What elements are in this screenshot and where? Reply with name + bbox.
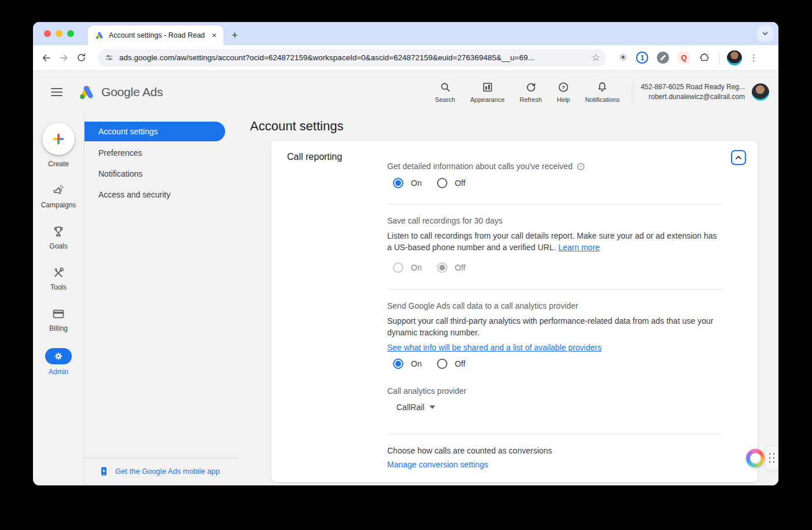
settings-nav-notifications[interactable]: Notifications [84, 163, 237, 184]
account-avatar[interactable] [752, 83, 769, 101]
learn-more-link[interactable]: Learn more [559, 243, 600, 252]
create-plus-icon [51, 131, 66, 147]
site-info-icon[interactable] [104, 53, 114, 63]
drag-handle[interactable] [765, 445, 778, 471]
radio-off-label: Off [455, 359, 465, 368]
address-bar[interactable]: ads.google.com/aw/settings/account?ocid=… [98, 49, 606, 67]
google-ads-brand: Google Ads [78, 83, 163, 101]
nav-campaigns[interactable]: Campaigns [41, 184, 76, 209]
notifications-bell-icon [596, 81, 608, 93]
call-details-radio-on[interactable]: On [393, 178, 422, 188]
nav-admin[interactable]: Admin [45, 348, 72, 376]
dropdown-caret-icon [429, 405, 435, 409]
provider-dropdown[interactable]: CallRail [387, 403, 722, 412]
extension-clip-icon[interactable] [657, 52, 669, 64]
primary-nav-rail: Create Campaigns [33, 114, 84, 485]
section-divider [387, 289, 722, 290]
browser-menu-button[interactable]: ⋮ [749, 52, 757, 63]
radio-disabled-icon[interactable] [393, 262, 403, 273]
header-refresh-label: Refresh [520, 96, 542, 103]
header-appearance-label: Appearance [470, 96, 504, 103]
collapse-card-button[interactable] [731, 150, 746, 165]
nav-campaigns-label: Campaigns [41, 201, 76, 209]
tab-close-icon[interactable]: × [210, 31, 219, 40]
nav-tools-label: Tools [50, 283, 67, 291]
chevron-down-icon [762, 30, 769, 37]
url-text[interactable]: ads.google.com/aw/settings/account?ocid=… [119, 53, 586, 62]
extension-overlay-button[interactable] [746, 449, 765, 467]
app-header-nav: Search Appearance Refresh [428, 80, 627, 104]
chevron-up-icon [734, 153, 743, 162]
browser-toolbar: ads.google.com/aw/settings/account?ocid=… [33, 45, 778, 71]
header-refresh-button[interactable]: Refresh [512, 80, 550, 104]
help-tooltip-icon[interactable]: ? [576, 162, 585, 171]
extensions-puzzle-icon[interactable] [699, 52, 710, 64]
header-help-button[interactable]: ? Help [549, 80, 578, 104]
forward-button[interactable] [55, 49, 72, 67]
settings-nav-access-security[interactable]: Access and security [84, 184, 237, 205]
call-recordings-radio-on[interactable]: On [393, 262, 422, 273]
minimize-window-button[interactable] [56, 30, 63, 37]
account-id-name: 452-887-6025 Road Ready Reg... [641, 82, 745, 92]
card-content: Get detailed information about calls you… [387, 141, 722, 470]
tab-strip: Account settings - Road Read × + [33, 22, 778, 45]
call-data-radio-off[interactable]: Off [437, 359, 465, 369]
search-icon [439, 81, 451, 93]
browser-tab[interactable]: Account settings - Road Read × [88, 25, 223, 45]
main-menu-icon[interactable] [51, 88, 63, 96]
manage-conversion-settings-link[interactable]: Manage conversion settings [387, 460, 488, 469]
call-data-radio-on[interactable]: On [393, 359, 422, 369]
create-button[interactable] [42, 123, 75, 155]
settings-nav-account-settings[interactable]: Account settings [84, 122, 225, 141]
goals-trophy-icon [52, 225, 65, 239]
call-reporting-card: Call reporting Get detailed information … [271, 140, 758, 483]
tab-search-button[interactable] [757, 25, 773, 42]
header-notifications-button[interactable]: Notifications [578, 80, 627, 104]
nav-billing[interactable]: Billing [49, 307, 68, 332]
window-controls [33, 30, 80, 45]
radio-off-label: Off [455, 263, 465, 272]
radio-unselected-icon[interactable] [437, 178, 447, 188]
forward-arrow-icon [58, 52, 69, 64]
google-ads-logo-icon [78, 83, 95, 101]
radio-selected-icon[interactable] [393, 359, 403, 369]
bookmark-star-icon[interactable]: ☆ [591, 53, 600, 63]
zoom-window-button[interactable] [67, 30, 74, 37]
nav-goals[interactable]: Goals [49, 225, 67, 250]
page-title: Account settings [250, 119, 778, 134]
provider-label: Call analytics provider [387, 386, 722, 396]
mobile-app-link[interactable]: Get the Google Ads mobile app [84, 458, 238, 485]
call-details-radio-off[interactable]: Off [437, 178, 465, 188]
settings-nav-preferences[interactable]: Preferences [84, 142, 237, 163]
browser-profile-avatar[interactable] [727, 50, 742, 65]
refresh-icon [525, 81, 537, 93]
extension-sun-icon[interactable]: ☀ [619, 53, 627, 63]
admin-gear-icon [53, 351, 64, 361]
account-info[interactable]: 452-887-6025 Road Ready Reg... robert.du… [641, 82, 745, 102]
header-notifications-label: Notifications [585, 96, 620, 103]
close-window-button[interactable] [44, 30, 51, 37]
mobile-app-link-label: Get the Google Ads mobile app [115, 467, 220, 476]
reload-button[interactable] [72, 49, 90, 67]
grid-dots-icon [769, 453, 776, 463]
header-help-label: Help [557, 96, 570, 103]
header-appearance-button[interactable]: Appearance [462, 80, 512, 104]
extension-q-icon[interactable]: Q [678, 52, 690, 64]
provider-dropdown-value: CallRail [396, 403, 424, 412]
header-search-button[interactable]: Search [428, 80, 463, 104]
nav-tools[interactable]: Tools [50, 266, 67, 291]
browser-window: Account settings - Road Read × + [33, 22, 778, 485]
radio-disabled-selected-icon[interactable] [437, 262, 447, 273]
admin-active-pill [45, 348, 72, 364]
radio-selected-icon[interactable] [393, 178, 403, 188]
providers-info-link[interactable]: See what info will be shared and a list … [387, 343, 601, 352]
call-data-description: Support your call third-party analytics … [387, 315, 722, 338]
call-recordings-radio-off[interactable]: Off [437, 262, 465, 273]
new-tab-button[interactable]: + [232, 30, 238, 41]
radio-unselected-icon[interactable] [437, 359, 447, 369]
call-recordings-radio-group: On Off [387, 262, 722, 273]
extensions-area: ☀ 1 Q [619, 52, 710, 64]
extension-1password-icon[interactable]: 1 [636, 52, 648, 64]
back-button[interactable] [38, 49, 55, 67]
nav-goals-label: Goals [49, 242, 67, 250]
